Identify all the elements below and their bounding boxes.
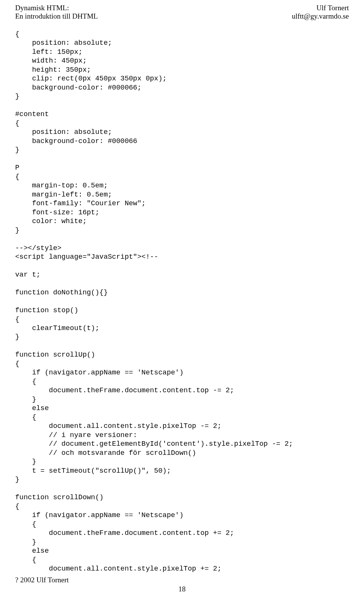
page-header: Dynamisk HTML: En introduktion till DHTM… [0, 0, 364, 22]
doc-title-line1: Dynamisk HTML: [15, 4, 98, 12]
doc-title-line2: En introduktion till DHTML [15, 12, 98, 20]
header-left: Dynamisk HTML: En introduktion till DHTM… [15, 4, 98, 20]
page-number: 18 [15, 584, 349, 593]
code-block: { position: absolute; left: 150px; width… [15, 30, 349, 574]
page-footer: ? 2002 Ulf Tornert 18 [0, 576, 364, 593]
page-content: { position: absolute; left: 150px; width… [0, 22, 364, 574]
author-name: Ulf Tornert [292, 4, 349, 12]
copyright-text: ? 2002 Ulf Tornert [15, 576, 69, 584]
author-email: ulftt@gy.varmdo.se [292, 12, 349, 20]
header-right: Ulf Tornert ulftt@gy.varmdo.se [292, 4, 349, 20]
